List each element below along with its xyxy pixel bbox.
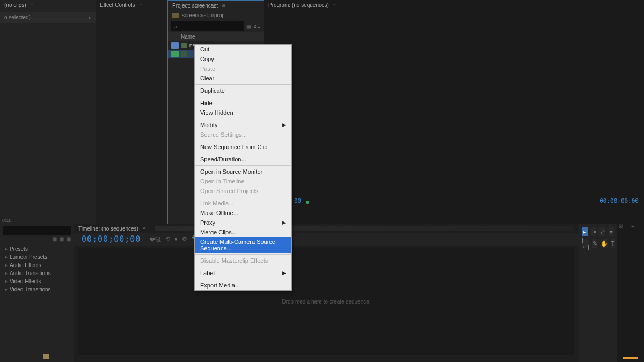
context-menu-item[interactable]: Export Media... xyxy=(195,280,291,290)
submenu-arrow-icon: ▶ xyxy=(282,220,286,225)
context-menu-item-label: Export Media... xyxy=(200,282,240,289)
submenu-arrow-icon: ▶ xyxy=(282,122,286,128)
resolution-indicator-icon[interactable] xyxy=(306,201,309,204)
track-select-tool[interactable]: ⇥ xyxy=(591,227,597,236)
new-bin-icon[interactable]: ▤ xyxy=(246,24,251,29)
effect-controls-label: Effect Controls xyxy=(100,2,135,8)
settings-button[interactable]: ⚙ xyxy=(618,223,626,231)
program-monitor-panel: Program: (no sequences) ≡ 00 00;00;00;00… xyxy=(264,0,644,224)
context-menu-item[interactable]: Modify▶ xyxy=(195,120,291,130)
effects-search-input[interactable] xyxy=(3,226,71,235)
context-menu-item-label: Make Offline... xyxy=(200,210,238,216)
button-editor-button[interactable]: + xyxy=(631,223,639,231)
label-chip-icon xyxy=(171,42,179,49)
context-menu-item: Open in Timeline xyxy=(195,176,291,186)
context-menu-item[interactable]: Open in Source Monitor xyxy=(195,167,291,176)
effect-controls-panel: Effect Controls ≡ xyxy=(96,0,167,224)
context-menu-separator xyxy=(195,97,291,97)
context-menu-item-label: Disable Masterclip Effects xyxy=(200,257,268,264)
timeline-timecode[interactable]: 00;00;00;00 xyxy=(82,234,141,244)
context-menu-separator xyxy=(195,165,291,166)
fx-badge-icon[interactable]: ▣ xyxy=(59,236,64,242)
context-menu: CutCopyPasteClearDuplicateHideView Hidde… xyxy=(194,44,292,291)
context-menu-item-label: Open Shared Projects xyxy=(200,188,258,194)
column-header-name[interactable]: Name xyxy=(168,32,264,41)
context-menu-item-label: Clear xyxy=(200,75,214,82)
context-menu-item-label: Speed/Duration... xyxy=(200,156,246,162)
context-menu-item[interactable]: Clear xyxy=(195,73,291,83)
timeline-panel: Timeline: (no sequences) ≡ 00;00;00;00 �… xyxy=(74,224,579,362)
program-body: 00 00;00;00;00 ♦ { } |◂ ◂| ▸ |▸ ▸| ⎌ ✂ ◎… xyxy=(264,10,644,234)
context-menu-item: Source Settings... xyxy=(195,130,291,139)
fx-badge-icon[interactable]: ▣ xyxy=(66,236,71,242)
effects-folder[interactable]: Presets xyxy=(2,245,72,253)
settings-icon[interactable]: ⚙ xyxy=(182,235,187,243)
context-menu-item: Paste xyxy=(195,64,291,73)
close-icon[interactable]: ≡ xyxy=(31,2,34,8)
effects-folder[interactable]: Audio Transitions xyxy=(2,269,72,277)
type-tool[interactable]: T xyxy=(611,239,615,248)
context-menu-item-label: Label xyxy=(200,270,215,276)
context-menu-item[interactable]: Duplicate xyxy=(195,86,291,95)
selection-tool[interactable]: ▸ xyxy=(582,227,588,236)
source-monitor-panel: (no clips) ≡ o selected) ▸ 8:18 xyxy=(0,0,96,224)
slip-tool[interactable]: |↔| xyxy=(582,239,589,248)
context-menu-item[interactable]: Hide xyxy=(195,98,291,108)
hand-tool[interactable]: ✋ xyxy=(601,239,608,248)
context-menu-separator xyxy=(195,279,291,279)
pen-tool[interactable]: ✎ xyxy=(592,239,597,248)
bin-icon xyxy=(172,13,179,18)
context-menu-item-label: Open in Timeline xyxy=(200,178,245,184)
effects-folder[interactable]: Audio Effects xyxy=(2,261,72,269)
source-tab[interactable]: (no clips) ≡ xyxy=(0,0,96,10)
razor-tool[interactable]: ✦ xyxy=(609,227,614,236)
ripple-edit-tool[interactable]: ⇄ xyxy=(599,227,605,236)
project-search-input[interactable] xyxy=(171,21,244,31)
context-menu-item[interactable]: Make Offline... xyxy=(195,208,291,218)
marker-icon[interactable]: ♦ xyxy=(174,235,178,243)
submenu-arrow-icon: ▶ xyxy=(282,270,286,276)
context-menu-item[interactable]: Create Multi-Camera Source Sequence... xyxy=(195,237,291,253)
context-menu-separator xyxy=(195,84,291,85)
context-menu-item[interactable]: Cut xyxy=(195,45,291,54)
effects-folder[interactable]: Video Transitions xyxy=(2,285,72,293)
context-menu-separator xyxy=(195,119,291,119)
no-clip-bar: o selected) ▸ xyxy=(0,12,96,23)
context-menu-item[interactable]: Label▶ xyxy=(195,268,291,278)
context-menu-separator xyxy=(195,141,291,141)
menu-icon[interactable]: ≡ xyxy=(143,226,146,232)
context-menu-item: Disable Masterclip Effects xyxy=(195,256,291,265)
context-menu-separator xyxy=(195,254,291,255)
chevron-right-icon[interactable]: ▸ xyxy=(89,14,91,20)
context-menu-item-label: Paste xyxy=(200,65,215,72)
snap-icon[interactable]: �磁 xyxy=(149,235,161,243)
effects-folder[interactable]: Video Effects xyxy=(2,277,72,285)
effects-folder[interactable]: Lumetri Presets xyxy=(2,253,72,261)
context-menu-item[interactable]: View Hidden xyxy=(195,108,291,117)
context-menu-item-label: Cut xyxy=(200,46,209,53)
context-menu-separator xyxy=(195,267,291,267)
program-tab[interactable]: Program: (no sequences) ≡ xyxy=(264,0,644,10)
context-menu-item-label: Hide xyxy=(200,100,213,106)
context-menu-item[interactable]: New Sequence From Clip xyxy=(195,142,291,152)
context-menu-item[interactable]: Copy xyxy=(195,54,291,64)
timeline-tracks-area[interactable]: Drop media here to create sequence. xyxy=(78,248,574,355)
linked-selection-icon[interactable]: ⟲ xyxy=(165,235,170,243)
context-menu-item-label: Source Settings... xyxy=(200,131,247,138)
menu-icon[interactable]: ≡ xyxy=(222,3,225,9)
new-bin-icon[interactable] xyxy=(43,354,49,359)
effect-controls-tab[interactable]: Effect Controls ≡ xyxy=(96,0,167,10)
label-chip-icon xyxy=(171,51,179,57)
project-tab[interactable]: Project: screencast ≡ xyxy=(168,1,264,10)
context-menu-item[interactable]: Proxy▶ xyxy=(195,218,291,227)
context-menu-item-label: Link Media... xyxy=(200,200,233,206)
menu-icon[interactable]: ≡ xyxy=(139,2,142,8)
video-clip-icon xyxy=(181,43,187,48)
fx-badge-icon[interactable]: ▣ xyxy=(52,236,57,242)
context-menu-separator xyxy=(195,197,291,197)
context-menu-item-label: Duplicate xyxy=(200,87,225,94)
context-menu-item[interactable]: Speed/Duration... xyxy=(195,154,291,164)
context-menu-item[interactable]: Merge Clips... xyxy=(195,227,291,237)
audio-meter-peak-icon xyxy=(623,357,638,359)
menu-icon[interactable]: ≡ xyxy=(333,2,336,8)
